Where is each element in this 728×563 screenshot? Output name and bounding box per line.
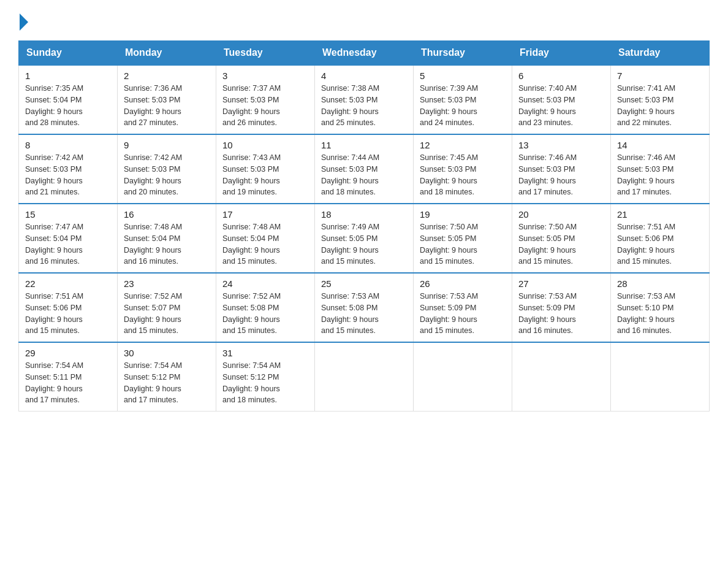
day-info: Sunrise: 7:48 AM Sunset: 5:04 PM Dayligh… <box>124 221 210 267</box>
calendar-cell: 18 Sunrise: 7:49 AM Sunset: 5:05 PM Dayl… <box>315 204 414 273</box>
calendar-cell: 4 Sunrise: 7:38 AM Sunset: 5:03 PM Dayli… <box>315 65 414 134</box>
sunset-label: Sunset: 5:04 PM <box>124 234 180 243</box>
day-number: 31 <box>222 348 308 358</box>
daylight-label: Daylight: 9 hours <box>321 315 379 324</box>
day-number: 17 <box>222 209 308 220</box>
day-info: Sunrise: 7:53 AM Sunset: 5:09 PM Dayligh… <box>518 291 604 337</box>
sunset-label: Sunset: 5:03 PM <box>420 96 476 104</box>
daylight-label: Daylight: 9 hours <box>321 246 379 255</box>
sunrise-label: Sunrise: 7:52 AM <box>124 292 182 301</box>
day-info: Sunrise: 7:39 AM Sunset: 5:03 PM Dayligh… <box>420 83 506 129</box>
calendar-cell: 3 Sunrise: 7:37 AM Sunset: 5:03 PM Dayli… <box>216 65 315 134</box>
sunset-label: Sunset: 5:05 PM <box>321 234 377 243</box>
sunrise-label: Sunrise: 7:40 AM <box>518 84 577 93</box>
daylight-minutes: and 21 minutes. <box>25 188 80 196</box>
daylight-minutes: and 15 minutes. <box>617 257 672 266</box>
daylight-label: Daylight: 9 hours <box>420 246 477 255</box>
day-number: 26 <box>420 278 506 289</box>
daylight-label: Daylight: 9 hours <box>25 315 83 324</box>
calendar-cell: 5 Sunrise: 7:39 AM Sunset: 5:03 PM Dayli… <box>414 65 512 134</box>
daylight-minutes: and 22 minutes. <box>617 118 672 127</box>
day-info: Sunrise: 7:52 AM Sunset: 5:07 PM Dayligh… <box>124 291 210 337</box>
daylight-minutes: and 28 minutes. <box>25 118 80 127</box>
calendar-cell <box>512 342 611 412</box>
sunrise-label: Sunrise: 7:54 AM <box>124 361 182 370</box>
sunset-label: Sunset: 5:03 PM <box>420 165 476 174</box>
column-header-wednesday: Wednesday <box>315 41 414 66</box>
daylight-label: Daylight: 9 hours <box>124 246 181 255</box>
day-number: 23 <box>124 278 210 289</box>
calendar-week-2: 8 Sunrise: 7:42 AM Sunset: 5:03 PM Dayli… <box>19 134 710 204</box>
sunset-label: Sunset: 5:06 PM <box>25 304 82 312</box>
day-number: 22 <box>25 278 111 289</box>
daylight-minutes: and 16 minutes. <box>617 326 672 335</box>
day-info: Sunrise: 7:51 AM Sunset: 5:06 PM Dayligh… <box>617 221 703 267</box>
day-info: Sunrise: 7:46 AM Sunset: 5:03 PM Dayligh… <box>518 152 604 198</box>
day-info: Sunrise: 7:41 AM Sunset: 5:03 PM Dayligh… <box>617 83 703 129</box>
sunrise-label: Sunrise: 7:50 AM <box>518 223 577 231</box>
sunrise-label: Sunrise: 7:36 AM <box>124 84 182 93</box>
calendar-cell: 1 Sunrise: 7:35 AM Sunset: 5:04 PM Dayli… <box>19 65 118 134</box>
daylight-minutes: and 18 minutes. <box>321 188 376 196</box>
sunrise-label: Sunrise: 7:42 AM <box>124 153 182 162</box>
daylight-label: Daylight: 9 hours <box>617 107 675 116</box>
day-info: Sunrise: 7:36 AM Sunset: 5:03 PM Dayligh… <box>124 83 210 129</box>
sunset-label: Sunset: 5:03 PM <box>617 96 673 104</box>
daylight-label: Daylight: 9 hours <box>124 177 181 185</box>
day-info: Sunrise: 7:42 AM Sunset: 5:03 PM Dayligh… <box>124 152 210 198</box>
calendar-cell: 21 Sunrise: 7:51 AM Sunset: 5:06 PM Dayl… <box>611 204 710 273</box>
day-info: Sunrise: 7:49 AM Sunset: 5:05 PM Dayligh… <box>321 221 407 267</box>
daylight-label: Daylight: 9 hours <box>25 107 83 116</box>
calendar-week-1: 1 Sunrise: 7:35 AM Sunset: 5:04 PM Dayli… <box>19 65 710 134</box>
sunset-label: Sunset: 5:09 PM <box>420 304 476 312</box>
day-info: Sunrise: 7:42 AM Sunset: 5:03 PM Dayligh… <box>25 152 111 198</box>
daylight-minutes: and 15 minutes. <box>420 326 474 335</box>
day-info: Sunrise: 7:54 AM Sunset: 5:12 PM Dayligh… <box>222 360 308 406</box>
calendar-cell: 12 Sunrise: 7:45 AM Sunset: 5:03 PM Dayl… <box>414 134 512 204</box>
sunrise-label: Sunrise: 7:52 AM <box>222 292 281 301</box>
sunrise-label: Sunrise: 7:41 AM <box>617 84 675 93</box>
day-number: 9 <box>124 140 210 150</box>
calendar-cell: 29 Sunrise: 7:54 AM Sunset: 5:11 PM Dayl… <box>19 342 118 412</box>
day-number: 25 <box>321 278 407 289</box>
sunrise-label: Sunrise: 7:48 AM <box>222 223 281 231</box>
day-info: Sunrise: 7:50 AM Sunset: 5:05 PM Dayligh… <box>518 221 604 267</box>
daylight-minutes: and 15 minutes. <box>321 326 376 335</box>
daylight-minutes: and 27 minutes. <box>124 118 178 127</box>
daylight-minutes: and 16 minutes. <box>518 326 573 335</box>
sunrise-label: Sunrise: 7:53 AM <box>420 292 478 301</box>
daylight-label: Daylight: 9 hours <box>518 177 576 185</box>
sunset-label: Sunset: 5:06 PM <box>617 234 673 243</box>
sunrise-label: Sunrise: 7:46 AM <box>518 153 577 162</box>
sunset-label: Sunset: 5:04 PM <box>222 234 279 243</box>
daylight-label: Daylight: 9 hours <box>617 246 675 255</box>
sunrise-label: Sunrise: 7:39 AM <box>420 84 478 93</box>
daylight-label: Daylight: 9 hours <box>222 315 280 324</box>
calendar-cell: 16 Sunrise: 7:48 AM Sunset: 5:04 PM Dayl… <box>118 204 216 273</box>
daylight-label: Daylight: 9 hours <box>124 385 181 393</box>
sunrise-label: Sunrise: 7:53 AM <box>617 292 675 301</box>
day-info: Sunrise: 7:40 AM Sunset: 5:03 PM Dayligh… <box>518 83 604 129</box>
day-number: 12 <box>420 140 506 150</box>
column-header-monday: Monday <box>118 41 216 66</box>
daylight-minutes: and 17 minutes. <box>617 188 672 196</box>
sunset-label: Sunset: 5:03 PM <box>321 165 377 174</box>
calendar-cell: 6 Sunrise: 7:40 AM Sunset: 5:03 PM Dayli… <box>512 65 611 134</box>
daylight-minutes: and 15 minutes. <box>518 257 573 266</box>
daylight-label: Daylight: 9 hours <box>321 177 379 185</box>
day-number: 18 <box>321 209 407 220</box>
calendar-cell: 20 Sunrise: 7:50 AM Sunset: 5:05 PM Dayl… <box>512 204 611 273</box>
day-number: 1 <box>25 71 111 81</box>
sunset-label: Sunset: 5:11 PM <box>25 373 82 381</box>
day-number: 10 <box>222 140 308 150</box>
day-info: Sunrise: 7:53 AM Sunset: 5:09 PM Dayligh… <box>420 291 506 337</box>
daylight-minutes: and 20 minutes. <box>124 188 178 196</box>
day-number: 14 <box>617 140 703 150</box>
calendar-cell: 14 Sunrise: 7:46 AM Sunset: 5:03 PM Dayl… <box>611 134 710 204</box>
daylight-label: Daylight: 9 hours <box>124 107 181 116</box>
daylight-minutes: and 19 minutes. <box>222 188 277 196</box>
day-info: Sunrise: 7:46 AM Sunset: 5:03 PM Dayligh… <box>617 152 703 198</box>
day-number: 24 <box>222 278 308 289</box>
day-info: Sunrise: 7:53 AM Sunset: 5:10 PM Dayligh… <box>617 291 703 337</box>
calendar-cell: 8 Sunrise: 7:42 AM Sunset: 5:03 PM Dayli… <box>19 134 118 204</box>
